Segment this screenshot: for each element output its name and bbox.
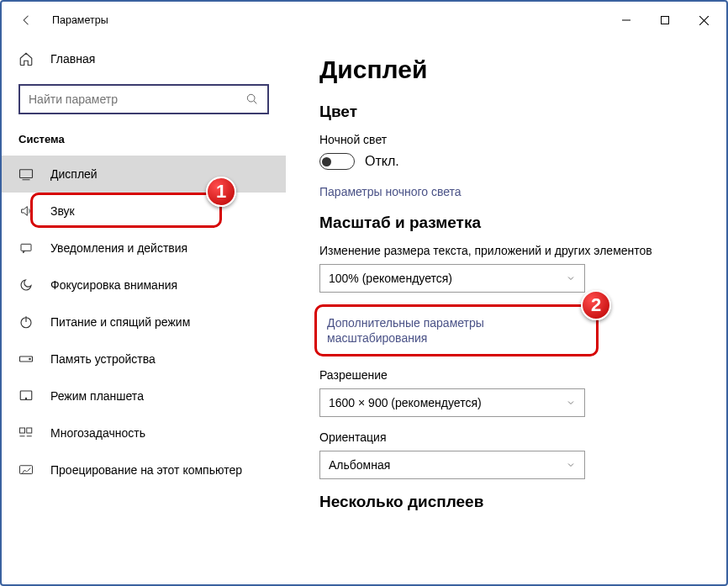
nav-label: Уведомления и действия <box>50 241 187 255</box>
projecting-icon <box>18 463 37 477</box>
window-title: Параметры <box>52 14 607 26</box>
sidebar-item-storage[interactable]: Память устройства <box>2 341 286 377</box>
storage-icon <box>18 353 37 365</box>
svg-point-14 <box>25 398 26 399</box>
svg-rect-6 <box>20 170 33 178</box>
sidebar-item-notifications[interactable]: Уведомления и действия <box>2 230 286 267</box>
night-light-toggle[interactable] <box>319 153 355 170</box>
multitasking-icon <box>18 426 37 440</box>
sidebar-item-multitasking[interactable]: Многозадачность <box>2 414 286 451</box>
scale-dropdown[interactable]: 100% (рекомендуется) <box>319 264 585 293</box>
minimize-button[interactable] <box>607 7 646 34</box>
chevron-down-icon <box>566 398 576 408</box>
search-input-wrap[interactable] <box>18 84 269 114</box>
sidebar: Главная Система Дисплей Звук Уведомления… <box>2 39 286 584</box>
advanced-scaling-link[interactable]: Дополнительные параметры масштабирования <box>327 316 484 345</box>
sidebar-item-projecting[interactable]: Проецирование на этот компьютер <box>2 451 286 488</box>
svg-line-5 <box>254 101 256 103</box>
page-heading: Дисплей <box>319 55 693 84</box>
svg-point-4 <box>247 94 255 102</box>
nav-label: Проецирование на этот компьютер <box>50 463 242 477</box>
svg-rect-15 <box>20 428 25 433</box>
close-button[interactable] <box>684 7 723 34</box>
svg-point-12 <box>29 358 31 360</box>
nav-label: Фокусировка внимания <box>50 278 177 292</box>
search-icon <box>237 92 267 106</box>
focus-icon <box>18 277 37 293</box>
orientation-dropdown[interactable]: Альбомная <box>319 451 585 479</box>
chevron-down-icon <box>566 460 576 470</box>
svg-rect-19 <box>20 466 33 474</box>
sidebar-item-tablet[interactable]: Режим планшета <box>2 377 286 414</box>
section-multi-displays: Несколько дисплеев <box>319 493 693 511</box>
annotation-highlight-2: Дополнительные параметры масштабирования… <box>314 304 599 356</box>
section-scale: Масштаб и разметка <box>319 214 693 232</box>
toggle-state-label: Откл. <box>365 154 399 169</box>
scale-value: 100% (рекомендуется) <box>329 272 452 285</box>
notifications-icon <box>18 241 37 255</box>
titlebar: Параметры <box>2 2 726 39</box>
resolution-label: Разрешение <box>319 368 693 382</box>
sound-icon <box>18 204 37 218</box>
svg-rect-1 <box>662 17 669 24</box>
night-light-settings-link[interactable]: Параметры ночного света <box>319 185 693 198</box>
sidebar-item-display[interactable]: Дисплей <box>2 156 286 193</box>
nav-label: Режим планшета <box>50 389 144 403</box>
nav-label: Многозадачность <box>50 426 145 440</box>
search-input[interactable] <box>20 92 237 106</box>
display-icon <box>18 167 37 181</box>
sidebar-item-focus[interactable]: Фокусировка внимания <box>2 267 286 304</box>
orientation-value: Альбомная <box>329 458 390 472</box>
window-controls <box>607 7 723 34</box>
back-button[interactable] <box>17 13 37 28</box>
power-icon <box>18 314 37 330</box>
svg-rect-8 <box>21 244 31 251</box>
toggle-knob <box>322 157 331 166</box>
nav-label: Дисплей <box>50 167 98 181</box>
main-content: Дисплей Цвет Ночной свет Откл. Параметры… <box>286 39 726 584</box>
section-color: Цвет <box>319 103 693 121</box>
sidebar-section-label: Система <box>2 126 286 156</box>
tablet-icon <box>18 389 37 403</box>
resolution-dropdown[interactable]: 1600 × 900 (рекомендуется) <box>319 388 585 417</box>
sidebar-home-label: Главная <box>50 52 95 66</box>
svg-rect-16 <box>27 428 32 433</box>
scale-label: Изменение размера текста, приложений и д… <box>319 244 693 257</box>
nav-label: Питание и спящий режим <box>50 315 190 329</box>
night-light-toggle-row: Откл. <box>319 153 693 170</box>
nav-label: Память устройства <box>50 352 156 366</box>
sidebar-item-sound[interactable]: Звук <box>2 193 286 230</box>
nav-label: Звук <box>50 204 75 218</box>
night-light-label: Ночной свет <box>319 133 693 146</box>
maximize-button[interactable] <box>646 7 684 34</box>
chevron-down-icon <box>566 273 576 283</box>
home-icon <box>18 51 37 66</box>
orientation-label: Ориентация <box>319 430 693 444</box>
resolution-value: 1600 × 900 (рекомендуется) <box>329 396 482 409</box>
sidebar-home[interactable]: Главная <box>2 42 286 76</box>
annotation-badge-2: 2 <box>581 290 611 320</box>
sidebar-item-power[interactable]: Питание и спящий режим <box>2 304 286 341</box>
